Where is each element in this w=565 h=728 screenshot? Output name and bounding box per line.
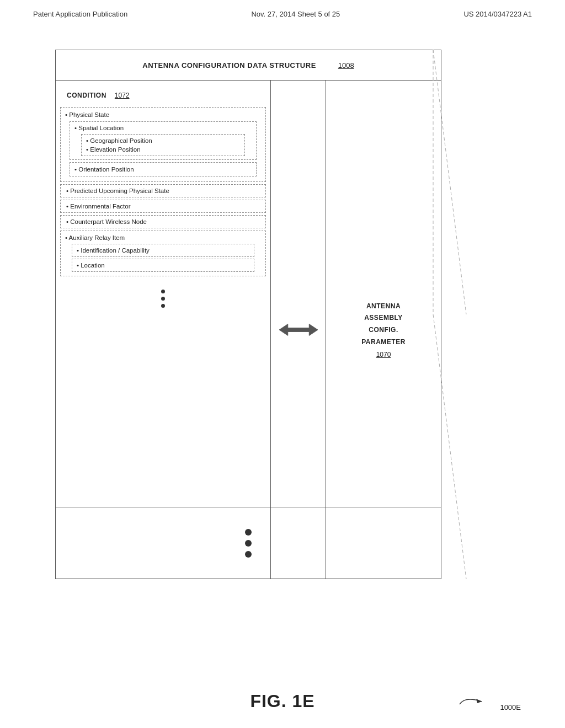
bottom-dot-1 — [245, 529, 252, 536]
elevation-position-item: • Elevation Position — [86, 145, 240, 154]
assembly-line1: ANTENNA — [361, 301, 406, 313]
condition-id: 1072 — [115, 92, 130, 99]
spatial-location-item: • Spatial Location — [74, 124, 252, 132]
physical-state-label: • Physical State — [65, 111, 109, 118]
ref-number-label: 1000E — [500, 703, 521, 711]
geo-elev-box: • Geographical Position • Elevation Posi… — [81, 134, 245, 156]
bidirectional-arrow-icon — [279, 319, 318, 341]
counterpart-wireless-label: • Counterpart Wireless Node — [66, 218, 147, 225]
diagram-title-bar: ANTENNA CONFIGURATION DATA STRUCTURE 100… — [56, 50, 441, 81]
spatial-location-label: • Spatial Location — [74, 125, 124, 131]
svg-marker-0 — [279, 324, 318, 335]
dot-3 — [161, 304, 165, 308]
physical-state-item: • Physical State — [65, 110, 261, 119]
elevation-position-label: • Elevation Position — [86, 146, 141, 153]
assembly-config-content: ANTENNA ASSEMBLY CONFIG. PARAMETER 1070 — [326, 81, 441, 579]
arrow-container — [271, 81, 326, 579]
right-column: ANTENNA ASSEMBLY CONFIG. PARAMETER 1070 — [326, 81, 441, 579]
counterpart-wireless-box: • Counterpart Wireless Node — [60, 215, 266, 228]
condition-label: CONDITION — [67, 92, 106, 99]
auxiliary-relay-label: • Auxiliary Relay Item — [65, 234, 125, 241]
fold-lines-svg — [430, 50, 469, 579]
environmental-factor-label: • Environmental Factor — [66, 203, 131, 210]
left-column: CONDITION 1072 • Physical State • Spatia… — [56, 81, 271, 579]
middle-column — [271, 81, 326, 579]
geographical-position-item: • Geographical Position — [86, 136, 240, 145]
assembly-text: ANTENNA ASSEMBLY CONFIG. PARAMETER — [361, 301, 406, 348]
page-header: Patent Application Publication Nov. 27, … — [0, 0, 565, 24]
svg-line-3 — [433, 314, 466, 579]
geographical-position-label: • Geographical Position — [86, 137, 152, 144]
header-left: Patent Application Publication — [33, 10, 127, 18]
figure-ref: 1000E — [454, 693, 521, 711]
dot-2 — [161, 297, 165, 301]
main-content: ANTENNA CONFIGURATION DATA STRUCTURE 100… — [33, 39, 532, 673]
spatial-location-box: • Spatial Location • Geographical Positi… — [70, 121, 257, 160]
identification-label: • Identification / Capability — [77, 247, 150, 254]
auxiliary-relay-item: • Auxiliary Relay Item — [65, 233, 261, 242]
bottom-dot-2 — [245, 540, 252, 547]
header-right: US 2014/0347223 A1 — [463, 10, 532, 18]
physical-state-box: • Physical State • Spatial Location • Ge… — [60, 107, 266, 182]
bottom-section — [56, 507, 441, 579]
dot-1 — [161, 290, 165, 293]
svg-line-2 — [433, 50, 466, 314]
diagram-box: ANTENNA CONFIGURATION DATA STRUCTURE 100… — [55, 50, 441, 579]
diagram-id: 1008 — [338, 61, 354, 69]
assembly-line3: CONFIG. — [361, 324, 406, 336]
assembly-id: 1070 — [376, 351, 391, 358]
ref-arrow-icon — [454, 693, 498, 710]
assembly-line2: ASSEMBLY — [361, 312, 406, 324]
ellipsis-dots — [56, 279, 270, 319]
figure-label: FIG. 1E — [250, 691, 315, 711]
condition-header: CONDITION 1072 — [56, 81, 270, 105]
assembly-line4: PARAMETER — [361, 336, 406, 349]
diagram-title: ANTENNA CONFIGURATION DATA STRUCTURE — [142, 61, 316, 69]
aux-relay-box: • Auxiliary Relay Item • Identification … — [60, 231, 266, 276]
predicted-upcoming-label: • Predicted Upcoming Physical State — [66, 188, 169, 194]
identification-item: • Identification / Capability — [77, 246, 249, 255]
fold-lines — [430, 50, 463, 579]
orientation-position-item: • Orientation Position — [74, 165, 252, 174]
location-item: • Location — [77, 261, 249, 270]
bottom-ellipsis-dots — [245, 529, 252, 558]
orientation-box: • Orientation Position — [70, 162, 257, 176]
location-label: • Location — [77, 262, 105, 269]
environmental-factor-box: • Environmental Factor — [60, 200, 266, 213]
location-box: • Location — [72, 259, 254, 272]
orientation-position-label: • Orientation Position — [74, 166, 134, 173]
predicted-upcoming-box: • Predicted Upcoming Physical State — [60, 184, 266, 197]
identification-box: • Identification / Capability — [72, 244, 254, 257]
bottom-dot-3 — [245, 551, 252, 558]
header-middle: Nov. 27, 2014 Sheet 5 of 25 — [251, 10, 340, 18]
